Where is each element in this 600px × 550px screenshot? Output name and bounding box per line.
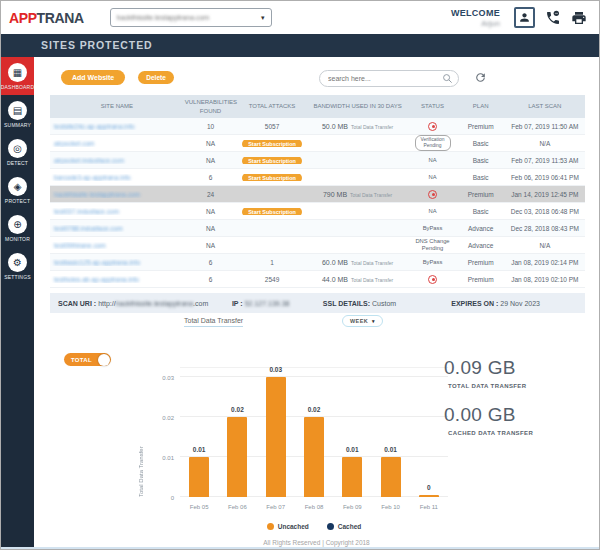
phone-support-icon [545, 10, 561, 26]
expires-on: EXPIRES ON :29 Nov 2023 [451, 300, 585, 307]
site-name-link[interactable]: testsite24c-ap-apptrana.info [54, 123, 135, 130]
site-selector-dropdown[interactable]: hackthissite.testapptrana.com ▾ [110, 8, 272, 27]
sidebar-item-label: MONITOR [5, 236, 30, 242]
x-tick-label: Feb 11 [410, 504, 448, 510]
site-name-link[interactable]: barcode3-ap-apptrana.info [54, 174, 131, 181]
plan-cell: Basic [457, 174, 505, 181]
tab-total-data-transfer[interactable]: Total Data Transfer [184, 317, 243, 327]
start-subscription-button[interactable]: Start Subscription [242, 174, 302, 181]
plan-cell: Basic [457, 208, 505, 215]
plan-cell: Premium [457, 123, 505, 130]
site-name-link[interactable]: airpocket.com [54, 140, 94, 147]
last-scan-cell: Jan 14, 2019 12:45 PM [505, 191, 585, 198]
status-blocked-icon [428, 122, 437, 131]
sidebar-item-settings[interactable]: ⚙SETTINGS [1, 247, 34, 285]
site-name-link[interactable]: test0788.indusface.com [54, 225, 123, 232]
column-header: VULNERABILITIES FOUND [184, 96, 238, 116]
total-toggle[interactable]: TOTAL [64, 353, 111, 366]
add-website-button[interactable]: Add Website [61, 70, 125, 85]
sidebar-item-protect[interactable]: ◈PROTECT [1, 171, 34, 209]
table-row[interactable]: airpocket.comNAStart SubscriptionVerific… [50, 135, 585, 152]
start-subscription-button[interactable]: Start Subscription [242, 157, 302, 164]
site-name-link[interactable]: airpocket.indusface.com [54, 157, 124, 164]
start-subscription-button[interactable]: Start Subscription [242, 140, 302, 147]
legend-label: Uncached [278, 523, 309, 530]
table-row[interactable]: testholes-ab-ap-apptrana.info6254944.0 M… [50, 271, 585, 288]
welcome-block: WELCOME Arjun [451, 8, 500, 28]
column-header: LAST SCAN [505, 100, 585, 112]
table-row[interactable]: testbasic125-ap-apptrana.info6160.0 MBTo… [50, 254, 585, 271]
site-name-link[interactable]: testholes-ab-ap-apptrana.info [54, 276, 139, 283]
status-cell: ByPass [408, 259, 456, 266]
table-row[interactable]: test09thirane.comNADNS Change PendingAdv… [50, 237, 585, 254]
bandwidth-cell: 790 MBTotal Data Transfer [307, 191, 409, 198]
legend-item-uncached: Uncached [267, 523, 309, 530]
last-scan-cell: Jan 08, 2019 02:14 PM [505, 259, 585, 266]
y-tick-label: 0.03 [140, 375, 174, 381]
ssl-details: SSL DETAILS:Custom [323, 300, 451, 307]
sidebar-item-dashboard[interactable]: ▦DASHBOARD [1, 57, 34, 95]
table-row[interactable]: testsite24c-ap-apptrana.info10505750.0 M… [50, 118, 585, 135]
last-scan-cell: Jan 08, 2019 02:10 PM [505, 276, 585, 283]
period-selector-dropdown[interactable]: WEEK ▾ [342, 315, 383, 327]
bar-uncached[interactable] [381, 457, 401, 497]
x-tick-label: Feb 08 [295, 504, 333, 510]
bar-uncached[interactable] [189, 457, 209, 497]
y-tick-label: 0 [140, 495, 174, 501]
bar-uncached[interactable] [304, 417, 324, 497]
bar-uncached[interactable] [266, 377, 286, 497]
table-row[interactable]: barcode3-ap-apptrana.info6Start Subscrip… [50, 169, 585, 186]
x-tick-label: Feb 09 [333, 504, 371, 510]
site-name-link[interactable]: testbasic125-ap-apptrana.info [54, 259, 140, 266]
table-row[interactable]: hackthissite.testapptrana.com24790 MBTot… [50, 186, 585, 203]
start-subscription-button[interactable]: Start Subscription [242, 208, 302, 215]
search-input[interactable] [319, 70, 459, 87]
scan-ip: IP :52.127.139.38 [232, 300, 323, 307]
print-button[interactable] [571, 10, 587, 26]
vulnerabilities-cell: 24 [184, 191, 238, 198]
bar-value-label: 0.01 [371, 446, 409, 453]
stat-label: CACHED DATA TRANSFER [448, 430, 600, 436]
header-actions: WELCOME Arjun [451, 7, 587, 28]
bar-uncached[interactable] [227, 417, 247, 497]
printer-icon [571, 10, 587, 26]
y-tick-label: 0.01 [140, 455, 174, 461]
user-profile-button[interactable] [514, 7, 535, 28]
table-row[interactable]: test037.indusface.comNAStart Subscriptio… [50, 203, 585, 220]
sidebar-item-monitor[interactable]: ⊕MONITOR [1, 209, 34, 247]
sidebar-item-label: SETTINGS [4, 274, 31, 280]
logo-part-trana: TRANA [37, 10, 84, 26]
support-call-button[interactable] [545, 10, 561, 26]
bar-uncached[interactable] [419, 495, 439, 497]
plan-cell: Premium [457, 259, 505, 266]
x-tick-label: Feb 05 [180, 504, 218, 510]
table-row[interactable]: test0788.indusface.comNAByPassAdvanceDec… [50, 220, 585, 237]
sidebar-item-detect[interactable]: ◎DETECT [1, 133, 34, 171]
table-row[interactable]: airpocket.indusface.comNAStart Subscript… [50, 152, 585, 169]
sidebar-item-summary[interactable]: ▤SUMMARY [1, 95, 34, 133]
bar-uncached[interactable] [342, 457, 362, 497]
site-name-link[interactable]: test09thirane.com [54, 242, 106, 249]
vulnerabilities-cell: NA [184, 140, 238, 147]
delete-button[interactable]: Delete [138, 71, 174, 84]
refresh-button[interactable] [474, 71, 487, 84]
last-scan-cell: Dec 28, 2018 08:43 PM [505, 225, 585, 232]
site-name-link[interactable]: test037.indusface.com [54, 208, 119, 215]
legend-item-cached: Cached [327, 523, 361, 530]
table-toolbar: Add Website Delete [34, 67, 599, 87]
site-name-link[interactable]: hackthissite.testapptrana.com [54, 191, 140, 198]
sidebar-item-label: PROTECT [5, 198, 30, 204]
y-tick-label: 0.02 [140, 415, 174, 421]
column-header: PLAN [457, 100, 505, 112]
bar-value-label: 0.03 [257, 366, 295, 373]
stat-value: 0.09 GB [444, 357, 600, 379]
vulnerabilities-cell: 10 [184, 123, 238, 130]
plan-cell: Premium [457, 191, 505, 198]
status-blocked-icon [428, 275, 437, 284]
x-tick-label: Feb 10 [371, 504, 409, 510]
apptrana-logo: APPTRANA [9, 10, 84, 26]
top-header-bar: APPTRANA hackthissite.testapptrana.com ▾… [1, 1, 599, 34]
vulnerabilities-cell: 6 [184, 174, 238, 181]
user-name: Arjun [451, 19, 500, 28]
vulnerabilities-cell: NA [184, 225, 238, 232]
